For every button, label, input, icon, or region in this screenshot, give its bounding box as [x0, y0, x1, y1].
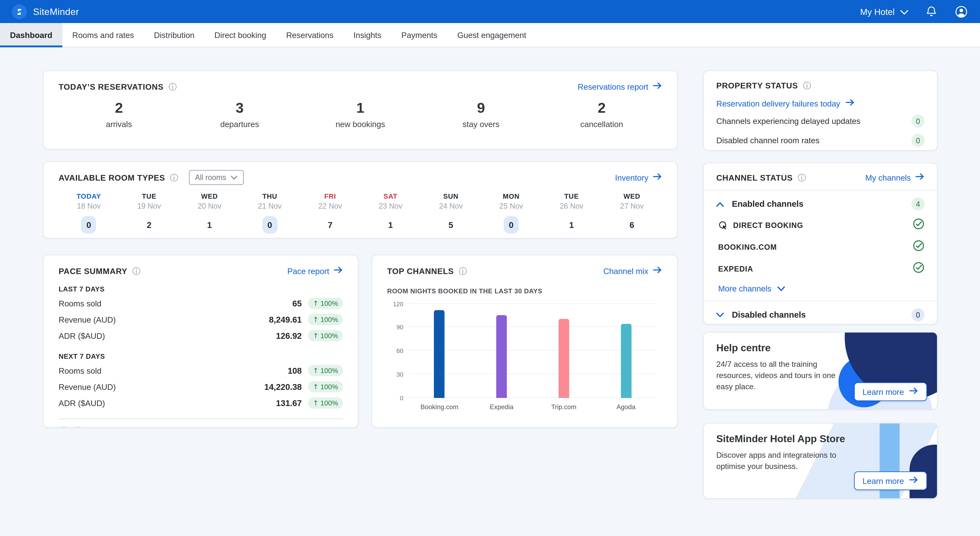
comparison-note: Comparison is vs the previous correspond… [91, 427, 263, 428]
chart-bars [408, 303, 657, 398]
pace-section-label: NEXT 7 DAYS [59, 352, 343, 360]
info-icon[interactable]: ⓘ [798, 174, 806, 182]
y-tick: 120 [387, 301, 403, 308]
inventory-link[interactable]: Inventory [615, 173, 662, 182]
help-centre-card: Help centre 24/7 access to all the train… [703, 332, 938, 410]
day-column: MON 25 Nov 0 [481, 192, 541, 233]
tab-reservations[interactable]: Reservations [276, 23, 344, 47]
check-circle-icon [913, 240, 924, 254]
count-badge: 0 [912, 308, 924, 321]
direct-booking-icon [718, 220, 728, 230]
arrow-up-icon: ↑ [313, 383, 318, 391]
channel-row-booking-com: BOOKING.COM [716, 240, 924, 254]
check-circle-icon [913, 218, 924, 232]
arrow-right-icon [334, 266, 343, 276]
change-badge: ↑100% [308, 365, 343, 376]
pace-row: ADR ($AUD) 131.67 ↑100% [59, 397, 343, 409]
arrow-right-icon [909, 387, 918, 397]
stat-cancellation: 2 cancellation [541, 100, 662, 129]
day-column: SAT 23 Nov 1 [360, 192, 421, 233]
y-tick: 90 [387, 324, 403, 330]
availability-by-day: TODAY 18 Nov 0 TUE 19 Nov 2 WED 20 Nov 1 [59, 192, 662, 233]
y-tick: 60 [387, 347, 403, 354]
tab-payments[interactable]: Payments [391, 23, 447, 47]
pace-section-label: LAST 7 DAYS [59, 285, 343, 293]
day-column: THU 21 Nov 0 [240, 192, 300, 233]
hotel-selector[interactable]: My Hotel [860, 6, 908, 17]
channel-row-expedia: EXPEDIA [716, 262, 924, 276]
pace-row: Rooms sold 108 ↑100% [59, 365, 343, 376]
bar-agoda [621, 324, 631, 398]
arrow-up-icon: ↑ [313, 299, 318, 308]
increase-legend-icon: ↑ [59, 426, 69, 428]
x-label: Agoda [595, 403, 657, 411]
disabled-channels-accordion[interactable]: Disabled channels 0 [716, 308, 924, 321]
chevron-down-icon [778, 284, 785, 293]
tab-insights[interactable]: Insights [344, 23, 391, 47]
day-column: SUN 24 Nov 5 [421, 192, 481, 233]
channel-status-title: CHANNEL STATUS [716, 173, 793, 182]
channel-mix-link[interactable]: Channel mix [603, 266, 662, 276]
tab-rooms-and-rates[interactable]: Rooms and rates [62, 23, 144, 47]
tab-direct-booking[interactable]: Direct booking [204, 23, 276, 47]
count-badge: 0 [912, 134, 924, 147]
property-status-title: PROPERTY STATUS [716, 81, 798, 90]
x-label: Expedia [471, 403, 533, 411]
arrow-up-icon: ↑ [313, 399, 318, 407]
pace-row: Revenue (AUD) 14,220.38 ↑100% [59, 381, 343, 392]
tab-guest-engagement[interactable]: Guest engagement [447, 23, 536, 47]
day-column: TODAY 18 Nov 0 [59, 192, 119, 233]
count-badge: 4 [912, 197, 924, 211]
change-badge: ↑100% [308, 298, 343, 309]
hotel-selector-label: My Hotel [860, 6, 895, 17]
top-channels-card: TOP CHANNELS ⓘ Channel mix ROOM NIGHTS B… [372, 255, 678, 428]
help-centre-title: Help centre [716, 343, 924, 354]
tab-distribution[interactable]: Distribution [144, 23, 204, 47]
arrow-right-icon [909, 476, 918, 486]
disabled-room-rates-row: Disabled channel room rates 0 [716, 134, 924, 147]
help-centre-learn-more-button[interactable]: Learn more [854, 382, 927, 401]
reservations-report-link[interactable]: Reservations report [578, 82, 662, 92]
channel-status-card: CHANNEL STATUS ⓘ My channels Enabled cha… [703, 163, 938, 325]
pace-row: ADR ($AUD) 126.92 ↑100% [59, 330, 343, 341]
notifications-bell-icon[interactable] [925, 5, 938, 18]
available-room-types-card: AVAILABLE ROOM TYPES ⓘ All rooms Invento… [43, 161, 678, 238]
pace-report-link[interactable]: Pace report [287, 266, 343, 276]
info-icon[interactable]: ⓘ [132, 267, 140, 275]
dashboard-content: TODAY’S RESERVATIONS ⓘ Reservations repo… [0, 48, 980, 499]
info-icon[interactable]: ⓘ [170, 174, 178, 182]
room-type-filter-dropdown[interactable]: All rooms [189, 170, 243, 185]
pace-summary-card: PACE SUMMARY ⓘ Pace report LAST 7 DAYS R… [43, 255, 358, 428]
y-tick: 30 [387, 371, 403, 378]
x-label: Booking.com [408, 403, 471, 411]
more-channels-link[interactable]: More channels [718, 284, 924, 293]
my-channels-link[interactable]: My channels [865, 173, 924, 182]
app-store-learn-more-button[interactable]: Learn more [854, 471, 927, 490]
change-badge: ↑100% [308, 397, 343, 409]
info-icon[interactable]: ⓘ [803, 82, 811, 90]
bar-expedia [496, 315, 507, 398]
todays-reservations-card: TODAY’S RESERVATIONS ⓘ Reservations repo… [43, 70, 678, 149]
pace-row: Revenue (AUD) 8,249.61 ↑100% [59, 314, 343, 325]
check-circle-icon [913, 262, 924, 276]
stat-arrivals: 2 arrivals [59, 100, 179, 129]
account-avatar-icon[interactable] [955, 5, 968, 19]
stat-departures: 3 departures [179, 100, 300, 129]
arrow-right-icon [653, 266, 662, 276]
reservation-delivery-failures-link[interactable]: Reservation delivery failures today [716, 98, 924, 108]
chevron-down-icon [716, 312, 724, 317]
y-tick: 0 [387, 395, 403, 401]
info-icon[interactable]: ⓘ [169, 82, 177, 91]
enabled-channels-accordion[interactable]: Enabled channels 4 [716, 197, 924, 211]
hotel-app-store-card: SiteMinder Hotel App Store Discover apps… [703, 423, 938, 499]
change-badge: ↑100% [308, 381, 343, 392]
arrow-up-icon: ↑ [313, 316, 318, 324]
pace-summary-title: PACE SUMMARY [59, 266, 127, 276]
channel-row-direct-booking: DIRECT BOOKING [716, 218, 924, 232]
info-icon[interactable]: ⓘ [459, 267, 467, 275]
decrease-legend-icon: ↓ [73, 426, 84, 428]
stat-new-bookings: 1 new bookings [300, 100, 421, 129]
arrow-right-icon [653, 173, 662, 182]
tab-dashboard[interactable]: Dashboard [0, 23, 62, 47]
chevron-down-icon [231, 173, 237, 182]
